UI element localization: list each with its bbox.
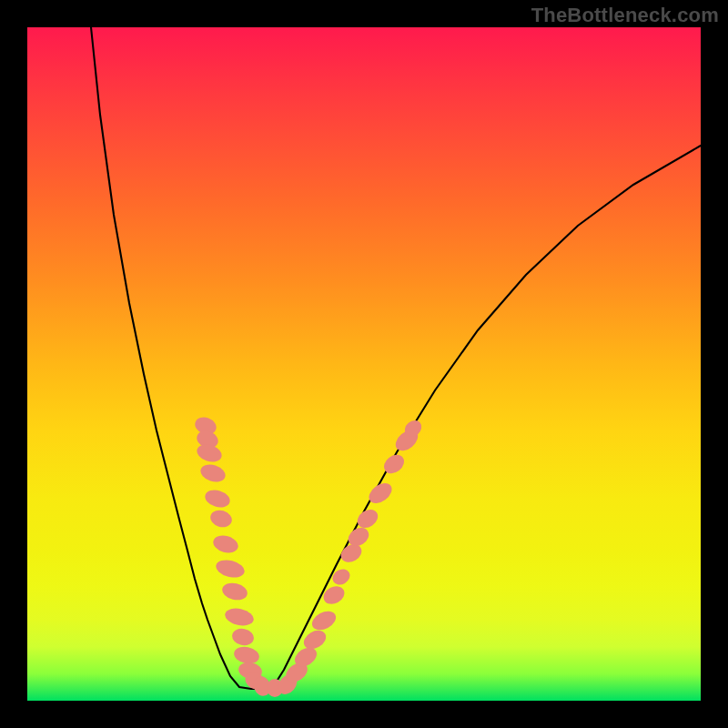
bottleneck-curve: [91, 27, 701, 689]
data-marker: [354, 506, 381, 531]
data-marker: [214, 557, 246, 580]
data-marker: [230, 627, 255, 648]
chart-frame: TheBottleneck.com: [0, 0, 728, 728]
chart-svg: [27, 27, 701, 701]
data-marker: [198, 461, 228, 485]
data-marker: [220, 581, 248, 602]
plot-area: [27, 27, 701, 701]
data-marker: [223, 606, 255, 628]
data-marker: [203, 487, 232, 510]
watermark-text: TheBottleneck.com: [531, 4, 719, 27]
data-marker: [195, 441, 224, 465]
data-marker: [208, 508, 234, 530]
data-marker: [211, 533, 240, 556]
